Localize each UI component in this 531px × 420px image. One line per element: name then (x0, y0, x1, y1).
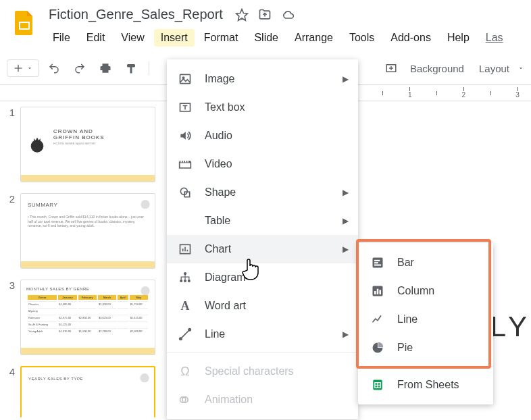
redo-button[interactable] (69, 57, 91, 79)
chevron-right-icon: ▶ (343, 244, 349, 254)
svg-point-30 (188, 280, 191, 282)
slide-thumb-4[interactable]: 4 YEARLY SALES BY TYPE (5, 366, 163, 417)
new-slide-button[interactable] (7, 59, 39, 77)
menu-item-wordart[interactable]: A Word art (167, 292, 358, 320)
menu-label: Image (205, 73, 234, 85)
menu-label: Audio (205, 130, 232, 142)
bar-chart-icon (370, 255, 385, 270)
menu-tools[interactable]: Tools (343, 29, 381, 47)
slide-thumb-1[interactable]: 1 CROWN AND GRIFFIN BOOKS FICTION GENRE … (5, 107, 163, 182)
zoom-fit-button[interactable] (380, 57, 402, 79)
special-characters-icon: Ω (178, 364, 193, 379)
svg-line-31 (180, 330, 189, 338)
menu-label: Line (397, 313, 418, 325)
star-icon[interactable] (235, 8, 249, 22)
svg-point-11 (140, 373, 149, 382)
background-button[interactable]: Background (403, 60, 471, 77)
app-header: Fiction_Genre_Sales_Report File Edit Vie… (0, 0, 531, 47)
menu-item-video[interactable]: Video (167, 150, 358, 178)
menu-label: Chart (205, 243, 231, 255)
menu-addons[interactable]: Add-ons (384, 29, 438, 47)
svg-marker-2 (236, 9, 248, 20)
menu-slide[interactable]: Slide (247, 29, 285, 47)
menu-item-line[interactable]: Line ▶ (167, 320, 358, 348)
svg-point-29 (184, 280, 186, 282)
svg-rect-37 (374, 260, 380, 261)
animation-icon (178, 392, 193, 407)
undo-button[interactable] (43, 57, 65, 79)
menu-item-shape[interactable]: Shape ▶ (167, 178, 358, 207)
griffin-watermark-icon (138, 196, 152, 210)
menu-item-animation: Animation (167, 386, 358, 414)
svg-rect-19 (185, 161, 186, 163)
svg-point-10 (141, 286, 149, 295)
menu-label: Line (205, 328, 225, 340)
slide-panel[interactable]: 1 CROWN AND GRIFFIN BOOKS FICTION GENRE … (0, 101, 169, 417)
menu-label: Column (397, 285, 434, 297)
thumb-title-line2: GRIFFIN BOOKS (53, 135, 105, 141)
submenu-item-pie[interactable]: Pie (358, 334, 493, 362)
audio-icon (178, 128, 193, 143)
table-icon (178, 213, 193, 228)
menu-item-textbox[interactable]: Text box (167, 93, 358, 122)
menu-format[interactable]: Format (197, 29, 245, 47)
menu-label: Diagram (205, 271, 245, 284)
menu-label: From Sheets (397, 379, 459, 391)
menu-view[interactable]: View (114, 29, 151, 47)
menu-label: Video (205, 158, 232, 170)
textbox-icon (178, 100, 193, 115)
submenu-item-column[interactable]: Column (358, 277, 493, 305)
slide-thumb-3[interactable]: 3 MONTHLY SALES BY GENRE GenreJanuaryFeb… (5, 280, 163, 355)
griffin-watermark-icon (138, 283, 152, 296)
svg-point-32 (180, 338, 182, 340)
svg-point-33 (188, 329, 191, 331)
menu-label: Text box (205, 101, 245, 113)
svg-rect-18 (183, 161, 184, 163)
svg-rect-39 (374, 265, 381, 266)
submenu-item-line[interactable]: Line (358, 305, 493, 334)
svg-rect-12 (180, 74, 191, 83)
cursor-pointer-icon (242, 257, 263, 282)
image-icon (178, 72, 193, 86)
menu-label: Shape (205, 186, 236, 199)
thumb-title: YEARLY SALES BY TYPE (28, 377, 147, 381)
slide-number: 2 (5, 193, 15, 269)
menu-edit[interactable]: Edit (80, 29, 112, 47)
submenu-item-bar[interactable]: Bar (358, 248, 493, 277)
svg-point-27 (184, 272, 186, 275)
crown-griffin-logo-icon (28, 135, 47, 154)
svg-point-28 (180, 280, 182, 282)
menu-label: Animation (205, 394, 253, 406)
svg-rect-17 (180, 161, 182, 163)
chevron-right-icon: ▶ (343, 216, 349, 226)
thumb-body: • This month, Crown and Griffin sold $14… (28, 215, 148, 228)
slide-number: 1 (5, 107, 15, 182)
move-icon[interactable] (258, 8, 272, 22)
menu-label: Table (205, 215, 230, 227)
menu-help[interactable]: Help (440, 29, 476, 47)
slide-number: 4 (5, 366, 15, 417)
menu-item-table[interactable]: Table ▶ (167, 207, 358, 235)
menu-insert[interactable]: Insert (154, 29, 195, 47)
column-chart-icon (370, 284, 385, 298)
paint-format-button[interactable] (120, 57, 142, 79)
print-button[interactable] (95, 57, 116, 79)
menu-item-image[interactable]: Image ▶ (167, 65, 358, 93)
video-icon (178, 157, 193, 172)
last-edit[interactable]: Las (479, 29, 510, 47)
svg-rect-16 (180, 163, 191, 168)
slides-logo[interactable] (11, 9, 38, 36)
layout-button[interactable]: Layout (472, 60, 524, 77)
menu-arrange[interactable]: Arrange (288, 29, 340, 47)
svg-rect-42 (377, 289, 379, 294)
menubar: File Edit View Insert Format Slide Arran… (46, 29, 520, 47)
menu-label: Pie (397, 342, 413, 354)
thumb-title: MONTHLY SALES BY GENRE (26, 287, 149, 291)
menu-file[interactable]: File (46, 29, 77, 47)
menu-item-audio[interactable]: Audio (167, 122, 358, 150)
submenu-item-from-sheets[interactable]: From Sheets (358, 371, 493, 399)
doc-title[interactable]: Fiction_Genre_Sales_Report (46, 5, 226, 24)
thumb-table: GenreJanuaryFebruaryMarchAprilMay Classi… (26, 294, 149, 335)
cloud-status-icon[interactable] (281, 8, 295, 22)
slide-thumb-2[interactable]: 2 SUMMARY • This month, Crown and Griffi… (5, 193, 163, 269)
